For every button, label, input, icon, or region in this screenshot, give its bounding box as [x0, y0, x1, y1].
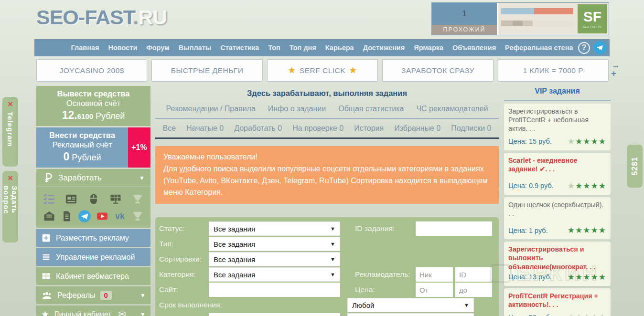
earn-icons-grid: vk — [36, 187, 150, 228]
price-to-input[interactable] — [455, 283, 492, 297]
logo-text-ru: RU — [138, 6, 167, 29]
status-select[interactable]: Все задания▼ — [209, 221, 340, 236]
advertiser-id-input[interactable] — [455, 267, 492, 282]
withdraw-funds-button[interactable]: Вывести средства Основной счёт 12.6100Ру… — [36, 86, 150, 126]
telegram-side-tab[interactable]: ✕ Telegram — [2, 97, 18, 167]
achievements-trophy-icon[interactable] — [130, 209, 145, 223]
nav-item-obyavleniya[interactable]: Объявления — [452, 44, 496, 52]
price-from-input[interactable] — [416, 283, 453, 297]
ruble-icon — [42, 172, 54, 184]
vip-task-card[interactable]: Один щелчок (сверхбыстрый). . . Цена: 1 … — [504, 197, 611, 239]
type-select[interactable]: Все задания▼ — [209, 237, 340, 251]
vip-task-card[interactable]: Scarlet - ежедневное задание! ✔. . . Цен… — [504, 153, 611, 195]
tab-history[interactable]: История — [354, 124, 384, 133]
task-rating-stars — [568, 181, 606, 191]
chevron-down-icon: ▼ — [464, 302, 469, 308]
task-price: Цена: 13 руб. — [508, 273, 552, 281]
nav-item-novosti[interactable]: Новости — [108, 44, 138, 52]
vip-task-card[interactable]: Зарегистрироваться и выложить объявление… — [504, 242, 611, 286]
help-icon[interactable]: ? — [578, 42, 590, 54]
telegram-tasks-icon[interactable] — [77, 209, 92, 223]
visitor-widget[interactable]: 1 ПРОХОЖИЙ SF SEO-FAST.RU — [431, 2, 609, 35]
task-filters-panel: Статус: Все задания▼ ID задания: Тип: Вс… — [155, 217, 499, 316]
term-select[interactable]: Любой▼ — [347, 298, 474, 312]
visitor-count: 1 — [432, 3, 497, 25]
promo-serf-click-button[interactable]: SERF CLICK — [267, 59, 378, 82]
article-tasks-icon[interactable] — [60, 209, 74, 223]
sidebar-item-personal-cabinet[interactable]: ★ Личный кабинет ✉ ▼ — [36, 305, 150, 316]
chevron-down-icon: ▼ — [330, 272, 335, 277]
tab-favorites[interactable]: Избранные 0 — [394, 124, 440, 133]
site-input[interactable] — [209, 283, 340, 297]
stats-bars — [498, 3, 576, 35]
list-icon — [41, 252, 51, 262]
promo-banner-row: JOYCASINO 200$ БЫСТРЫЕ ДЕНЬГИ SERF CLICK… — [36, 59, 609, 82]
nav-item-top[interactable]: Топ — [268, 44, 280, 52]
sidebar-item-webmaster-cabinet[interactable]: Кабинет вебмастера — [36, 267, 150, 285]
sidebar-item-place-ad[interactable]: Разместить рекламу — [36, 229, 150, 247]
nav-item-vyplaty[interactable]: Выплаты — [179, 44, 211, 52]
close-icon[interactable]: ✕ — [8, 101, 13, 107]
nav-item-glavnaya[interactable]: Главная — [71, 44, 99, 52]
tab-subscriptions[interactable]: Подписки 0 — [451, 124, 491, 133]
star-icon: ★ — [41, 309, 49, 316]
deposit-funds-button[interactable]: Внести средства Рекламный счёт 0Рублей — [36, 127, 128, 168]
promo-fast-money-button[interactable]: БЫСТРЫЕ ДЕНЬГИ — [151, 59, 262, 82]
surfing-sites-icon[interactable] — [108, 192, 123, 206]
ask-question-side-tab[interactable]: ✕ Задать вопрос — [2, 171, 18, 242]
news-surf-icon[interactable] — [64, 192, 78, 206]
sort-select[interactable]: Все задания▼ — [209, 252, 340, 266]
task-id-input[interactable] — [416, 221, 492, 236]
nav-item-top-dnya[interactable]: Топ дня — [290, 44, 316, 52]
nav-item-yarmarka[interactable]: Ярмарка — [414, 44, 443, 52]
vip-task-card[interactable]: ProfiTCentR Регистрация + активность!. .… — [504, 288, 611, 316]
logo-text-main: SEO-FAST — [36, 6, 133, 29]
promo-click-7000-button[interactable]: 1 КЛИК = 7000 Р — [498, 59, 609, 82]
nav-item-dostizheniya[interactable]: Достижения — [363, 44, 405, 52]
tab-on-review[interactable]: На проверке 0 — [292, 124, 343, 133]
chevron-down-icon: ▼ — [330, 241, 335, 247]
sidebar-item-manage-ads[interactable]: Управление рекламой — [36, 248, 150, 266]
promo-joycasino-button[interactable]: JOYCASINO 200$ — [36, 59, 147, 82]
status-label: Статус: — [159, 224, 209, 233]
left-sidebar: Вывести средства Основной счёт 12.6100Ру… — [36, 86, 150, 316]
tab-all[interactable]: Все — [162, 124, 176, 133]
tasks-main-panel: Здесь зарабатывают, выполняя задания Рек… — [155, 86, 499, 316]
site-logo[interactable]: SEO-FAST.RU — [36, 6, 167, 29]
promo-earn-now-button[interactable]: ЗАРАБОТОК СРАЗУ — [382, 59, 493, 82]
close-icon[interactable]: ✕ — [8, 175, 13, 181]
advertiser-nick-input[interactable] — [416, 267, 453, 282]
deposit-bonus-badge[interactable]: +1% — [128, 127, 150, 168]
task-filter-tabs: Все Начатые 0 Доработать 0 На проверке 0… — [155, 120, 499, 139]
tab-task-info[interactable]: Инфо о задании — [268, 105, 326, 113]
banner-add-icon[interactable]: + — [611, 69, 620, 77]
search-input[interactable] — [209, 313, 340, 316]
vk-tasks-icon[interactable]: vk — [113, 209, 127, 223]
task-id-label: ID задания: — [355, 224, 416, 233]
tab-recommendations-rules[interactable]: Рекомендации / Правила — [166, 105, 256, 113]
youtube-tasks-icon[interactable] — [95, 209, 109, 223]
nav-item-karera[interactable]: Карьера — [325, 44, 354, 52]
mail-reading-icon[interactable] — [42, 209, 56, 223]
mouse-clicks-icon[interactable] — [86, 192, 101, 206]
contest-trophy-icon[interactable] — [130, 192, 145, 206]
telegram-icon[interactable] — [593, 41, 607, 54]
vip-tasks-title: VIP задания — [504, 87, 611, 101]
tab-advertiser-blacklist[interactable]: ЧС рекламодателей — [416, 105, 488, 113]
tab-general-stats[interactable]: Общая статистика — [338, 105, 404, 113]
tab-started[interactable]: Начатые 0 — [186, 124, 224, 133]
nav-item-forum[interactable]: Форум — [146, 44, 170, 52]
search-scope-select[interactable]: По всем▼ — [347, 313, 474, 316]
nav-item-referalnaya-stena[interactable]: Реферальная стена — [505, 44, 573, 52]
category-select[interactable]: Все задания▼ — [209, 267, 340, 282]
visitor-label: ПРОХОЖИЙ — [432, 25, 497, 35]
nav-item-statistika[interactable]: Статистика — [220, 44, 259, 52]
tab-rework[interactable]: Доработать 0 — [234, 124, 282, 133]
main-nav: Главная Новости Форум Выплаты Статистика… — [34, 39, 610, 56]
earn-menu-toggle[interactable]: Заработать ▼ — [36, 169, 150, 187]
task-rating-stars — [568, 312, 606, 316]
sidebar-item-referrals[interactable]: Рефералы 0 ▼ — [36, 286, 150, 304]
tasks-checklist-icon[interactable] — [42, 192, 56, 206]
vip-task-card[interactable]: Зарегистрироваться в ProfiTCentR + небол… — [504, 104, 611, 150]
online-counter-side-tab[interactable]: 5281 — [627, 145, 643, 188]
